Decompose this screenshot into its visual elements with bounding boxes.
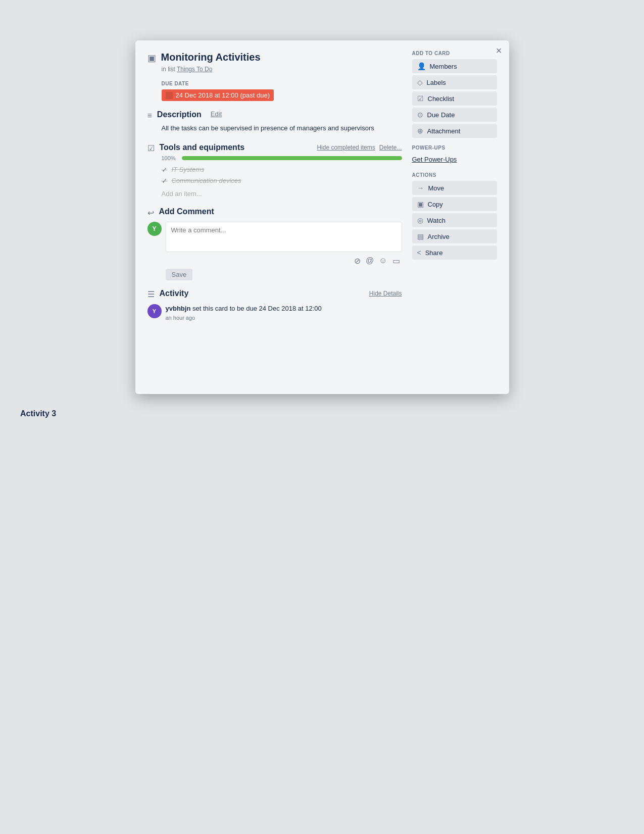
card-list-info: in list Things To Do	[147, 66, 402, 73]
format-icon[interactable]: ▭	[392, 256, 400, 266]
due-date-button[interactable]: ⊙ Due Date	[412, 108, 497, 122]
powerups-section-label: POWER-UPS	[412, 145, 497, 151]
labels-label: Labels	[427, 79, 446, 86]
watch-icon: ◎	[417, 216, 423, 224]
description-title: Description	[157, 110, 202, 119]
card-header: ▣ Monitoring Activities	[147, 51, 402, 64]
page-footer: Activity 3	[10, 409, 634, 418]
members-label: Members	[430, 63, 457, 70]
list-name-link[interactable]: Things To Do	[177, 66, 212, 73]
comment-input-box: ⊘ @ ☺ ▭	[166, 222, 402, 266]
due-date-badge[interactable]: 24 Dec 2018 at 12:00 (past due)	[162, 89, 274, 101]
description-text: All the tasks can be supervised in prese…	[147, 123, 402, 133]
card-icon: ▣	[147, 53, 156, 64]
due-date-btn-label: Due Date	[427, 111, 455, 119]
activity-icon: ☰	[147, 289, 155, 299]
members-button[interactable]: 👤 Members	[412, 59, 497, 73]
description-icon: ≡	[147, 111, 152, 120]
activity-content: yvbhbjn set this card to be due 24 Dec 2…	[166, 304, 322, 322]
add-comment-title: Add Comment	[159, 207, 214, 216]
progress-bar-bg	[182, 156, 402, 160]
attachment-btn-icon: ⊕	[417, 127, 423, 135]
hide-completed-link[interactable]: Hide completed items	[317, 144, 375, 151]
progress-percent: 100%	[162, 155, 178, 161]
comment-textarea[interactable]	[166, 222, 402, 252]
add-item-text: Add an item...	[162, 188, 202, 200]
activity-header: ☰ Activity Hide Details	[147, 288, 402, 299]
checklist-btn-icon: ☑	[417, 94, 424, 103]
copy-label: Copy	[428, 201, 443, 208]
labels-icon: ◇	[417, 78, 423, 86]
checklist-icon: ☑	[147, 143, 155, 153]
check-icon: ✓	[162, 177, 168, 185]
activity-item: Y yvbhbjn set this card to be due 24 Dec…	[147, 304, 402, 322]
add-checklist-item[interactable]: Add an item...	[162, 186, 402, 201]
user-avatar: Y	[147, 222, 162, 236]
checklist-item[interactable]: ✓ Communication devices	[162, 175, 402, 186]
comment-input-row: Y ⊘ @ ☺ ▭	[147, 222, 402, 266]
checklist-actions: Hide completed items Delete...	[317, 144, 402, 151]
move-label: Move	[428, 184, 444, 192]
activity-user: yvbhbjn	[166, 305, 191, 312]
move-button[interactable]: → Move	[412, 181, 497, 195]
archive-button[interactable]: ▤ Archive	[412, 229, 497, 243]
get-powerups-link[interactable]: Get Power-Ups	[412, 154, 497, 165]
comment-icon: ↩	[147, 208, 154, 218]
move-icon: →	[417, 184, 424, 192]
share-button[interactable]: < Share	[412, 246, 497, 260]
delete-checklist-link[interactable]: Delete...	[379, 144, 402, 151]
card-modal: × ▣ Monitoring Activities in list Things…	[135, 40, 509, 394]
archive-icon: ▤	[417, 232, 424, 240]
due-date-label: DUE DATE	[162, 81, 402, 86]
comment-save-button[interactable]: Save	[166, 269, 193, 280]
checklist-progress-row: 100%	[147, 155, 402, 161]
footer-activity-label: Activity 3	[20, 409, 624, 418]
actions-section-label: ACTIONS	[412, 172, 497, 178]
activity-avatar: Y	[147, 304, 162, 318]
members-icon: 👤	[417, 62, 426, 70]
emoji-icon[interactable]: ☺	[379, 256, 387, 265]
attachment-icon[interactable]: ⊘	[354, 256, 361, 266]
activity-timestamp: an hour ago	[166, 314, 322, 322]
description-row: ≡ Description Edit	[147, 110, 402, 120]
copy-icon: ▣	[417, 200, 424, 208]
checklist-item-label: Communication devices	[172, 177, 241, 184]
check-icon: ✓	[162, 166, 168, 174]
share-icon: <	[417, 249, 421, 257]
watch-label: Watch	[427, 217, 445, 224]
hide-details-link[interactable]: Hide Details	[369, 290, 402, 297]
checklist-items: ✓ IT Systems ✓ Communication devices Add…	[147, 164, 402, 201]
description-edit-link[interactable]: Edit	[211, 110, 222, 118]
attachment-button[interactable]: ⊕ Attachment	[412, 124, 497, 138]
activity-section: ☰ Activity Hide Details Y yvbhbjn set th…	[147, 288, 402, 322]
due-date-color-box	[166, 92, 173, 99]
activity-text: set this card to be due 24 Dec 2018 at 1…	[192, 305, 322, 312]
checklist-item[interactable]: ✓ IT Systems	[162, 164, 402, 175]
labels-button[interactable]: ◇ Labels	[412, 75, 497, 89]
attachment-label: Attachment	[427, 127, 461, 135]
mention-icon[interactable]: @	[366, 256, 374, 265]
modal-main: ▣ Monitoring Activities in list Things T…	[147, 51, 402, 382]
checklist-button[interactable]: ☑ Checklist	[412, 91, 497, 106]
checklist-title: Tools and equipments	[160, 143, 312, 152]
archive-label: Archive	[428, 233, 450, 240]
share-label: Share	[425, 249, 443, 257]
due-date-text: 24 Dec 2018 at 12:00 (past due)	[176, 91, 270, 99]
checklist-item-label: IT Systems	[172, 166, 205, 173]
comment-section: Y ⊘ @ ☺ ▭ Save	[147, 222, 402, 280]
comment-toolbar: ⊘ @ ☺ ▭	[166, 256, 402, 266]
progress-bar-fill	[182, 156, 402, 160]
add-comment-row: ↩ Add Comment	[147, 207, 402, 218]
due-date-icon: ⊙	[417, 111, 423, 119]
add-to-card-label: ADD TO CARD	[412, 51, 497, 56]
activity-title: Activity	[160, 289, 364, 298]
checklist-btn-label: Checklist	[428, 95, 455, 103]
checklist-header: ☑ Tools and equipments Hide completed it…	[147, 142, 402, 153]
watch-button[interactable]: ◎ Watch	[412, 213, 497, 227]
card-title: Monitoring Activities	[161, 51, 261, 64]
copy-button[interactable]: ▣ Copy	[412, 197, 497, 211]
modal-sidebar: ADD TO CARD 👤 Members ◇ Labels ☑ Checkli…	[412, 51, 497, 382]
due-date-section: DUE DATE 24 Dec 2018 at 12:00 (past due)	[147, 81, 402, 101]
close-button[interactable]: ×	[496, 45, 502, 56]
